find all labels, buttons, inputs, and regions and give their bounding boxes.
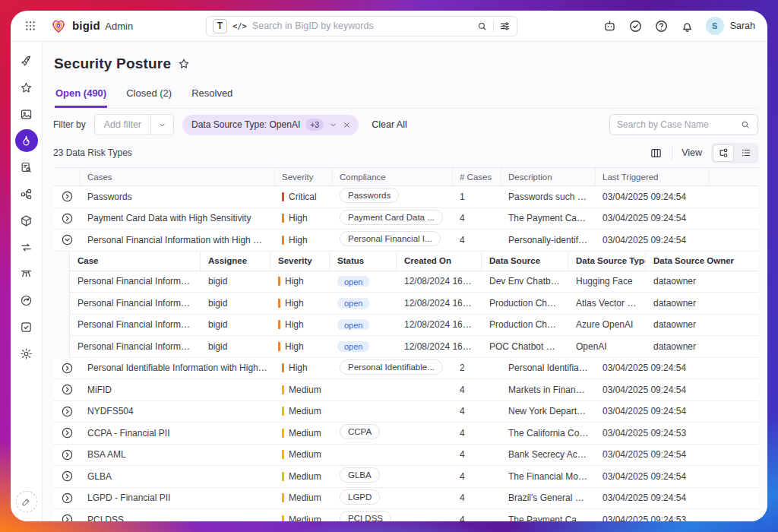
data-source-type: Atlas Vector Search (568, 298, 646, 309)
sidebar-item-data-flows[interactable] (15, 236, 38, 258)
sidebar-item-catalog[interactable] (15, 103, 38, 125)
table-row[interactable]: MiFID Medium 4 Markets in Financial Inst… (53, 379, 758, 401)
advanced-search-icon[interactable] (499, 21, 511, 32)
chevron-down-icon[interactable] (329, 121, 337, 129)
column-header-last-triggered[interactable]: Last Triggered (596, 168, 710, 185)
sidebar-item-actions[interactable] (15, 315, 38, 338)
column-header-cases[interactable]: Cases (81, 168, 275, 185)
global-search[interactable]: T </> (206, 16, 517, 36)
chevron-down-icon[interactable] (151, 121, 173, 129)
expanded-cases-subtable: CaseAssigneeSeverityStatusCreated OnData… (69, 252, 758, 358)
table-row[interactable]: GLBA Medium GLBA 4 The Financial Moderni… (53, 466, 758, 488)
column-header-description[interactable]: Description (501, 168, 596, 185)
sidebar-item-rocket[interactable] (15, 49, 38, 72)
sub-column-header[interactable]: Data Source Owner (646, 252, 758, 271)
search-icon[interactable] (740, 119, 751, 130)
code-search-toggle[interactable]: </> (232, 21, 247, 30)
add-filter-control[interactable]: Add filter (94, 114, 174, 135)
sidebar-item-workflow[interactable] (15, 262, 38, 285)
user-avatar[interactable]: S (706, 17, 724, 35)
app-grid-icon[interactable] (21, 17, 40, 35)
tab-resolved[interactable]: Resolved (191, 87, 233, 108)
user-name[interactable]: Sarah (730, 21, 755, 31)
column-header-compliance[interactable]: Compliance (333, 168, 453, 185)
expand-chevron-icon[interactable] (61, 513, 74, 521)
tab-closed[interactable]: Closed (2) (125, 87, 172, 108)
severity-label: Medium (289, 428, 321, 439)
table-row[interactable]: LGPD - Financial PII Medium LGPD 4 Brazi… (53, 488, 758, 510)
filter-bar: Filter by Add filter Data Source Type: O… (53, 109, 758, 141)
search-icon[interactable] (476, 21, 488, 32)
expand-chevron-icon[interactable] (61, 212, 74, 225)
tab-open[interactable]: Open (490) (55, 87, 107, 108)
case-search[interactable] (609, 114, 758, 135)
table-row[interactable]: Passwords Critical Passwords 1 Passwords… (53, 186, 758, 208)
columns-icon[interactable] (650, 147, 663, 160)
sub-column-header[interactable]: Status (330, 252, 397, 271)
sidebar-item-data-globe[interactable] (15, 289, 38, 312)
table-row[interactable]: NYDFS504 Medium 4 New York Department of… (53, 401, 758, 423)
filter-more-badge[interactable]: +3 (305, 119, 324, 131)
table-row[interactable]: BSA AML Medium 4 Bank Secrecy Act / Anti… (53, 445, 758, 467)
sub-column-header[interactable]: Created On (397, 252, 482, 271)
expand-chevron-icon[interactable] (61, 190, 74, 203)
sub-table-body: Personal Financial Information with... b… (70, 271, 758, 358)
table-row[interactable]: Payment Card Data with High Sensitivity … (53, 208, 758, 230)
table-row[interactable]: PCI DSS Medium PCI DSS 4 The Payment Car… (53, 509, 758, 521)
text-search-toggle[interactable]: T (213, 19, 227, 33)
sidebar-item-favorites[interactable] (15, 76, 38, 99)
last-triggered: 03/04/2025 09:24:54 (596, 213, 710, 223)
active-filter-chip[interactable]: Data Source Type: OpenAI +3 (182, 115, 359, 135)
expand-chevron-icon[interactable] (61, 383, 74, 396)
expand-chevron-icon[interactable] (61, 492, 74, 505)
table-header: Cases Severity Compliance # Cases Descri… (53, 167, 758, 186)
sub-table-row[interactable]: Personal Financial Information with... b… (70, 293, 758, 315)
last-triggered: 03/04/2025 09:24:54 (596, 363, 710, 373)
sidebar-item-classification[interactable] (15, 182, 38, 205)
column-header-num-cases[interactable]: # Cases (453, 168, 501, 185)
case-count: 4 (453, 213, 501, 223)
favorite-star-icon[interactable] (178, 58, 190, 70)
expand-chevron-icon[interactable] (61, 233, 74, 246)
help-icon[interactable] (654, 19, 669, 33)
table-row[interactable]: Personal Identifiable Information with H… (53, 358, 758, 380)
tree-view-button[interactable] (713, 144, 734, 162)
global-search-input[interactable] (252, 21, 471, 31)
edit-pencil-icon[interactable] (16, 491, 37, 512)
sidebar-item-settings[interactable] (15, 342, 38, 365)
tasks-check-icon[interactable] (628, 19, 643, 33)
sub-case-name: Personal Financial Information with... (70, 319, 201, 330)
sub-column-header[interactable]: Data Source Type (568, 252, 646, 271)
sub-column-header[interactable]: Assignee (201, 252, 270, 271)
sidebar-item-data-cube[interactable] (15, 209, 38, 232)
expand-chevron-icon[interactable] (61, 426, 74, 439)
remove-filter-icon[interactable] (343, 121, 351, 129)
sidebar-item-security-posture[interactable] (15, 129, 38, 152)
table-row[interactable]: CCPA - Financial PII Medium CCPA 4 The C… (53, 423, 758, 445)
data-source-owner: dataowner (646, 319, 758, 330)
assistant-icon[interactable] (602, 19, 617, 33)
sub-column-header[interactable]: Data Source (482, 252, 568, 271)
severity-cell: Medium (275, 492, 333, 503)
case-count: 4 (453, 235, 501, 245)
column-header-severity[interactable]: Severity (275, 168, 333, 185)
sub-column-header[interactable]: Severity (270, 252, 330, 271)
notifications-bell-icon[interactable] (680, 19, 694, 33)
expand-chevron-icon[interactable] (61, 470, 74, 483)
case-search-input[interactable] (617, 119, 735, 130)
expand-chevron-icon[interactable] (61, 405, 74, 418)
sub-table-row[interactable]: Personal Financial Information with... b… (70, 315, 758, 337)
expand-chevron-icon[interactable] (61, 448, 74, 461)
compliance-chip: Personal Financial I... (340, 231, 441, 246)
case-name: BSA AML (81, 449, 275, 460)
sub-table-row[interactable]: Personal Financial Information with... b… (70, 336, 758, 358)
table-row[interactable]: Personal Financial Information with High… (53, 230, 758, 252)
sub-column-header[interactable]: Case (70, 252, 201, 271)
sidebar-item-reports[interactable] (15, 156, 38, 179)
sub-table-row[interactable]: Personal Financial Information with... b… (70, 271, 758, 293)
clear-all-button[interactable]: Clear All (372, 119, 407, 130)
list-view-button[interactable] (735, 144, 757, 162)
add-filter-placeholder[interactable]: Add filter (95, 119, 150, 130)
assignee: bigid (201, 319, 270, 330)
expand-chevron-icon[interactable] (61, 362, 74, 375)
